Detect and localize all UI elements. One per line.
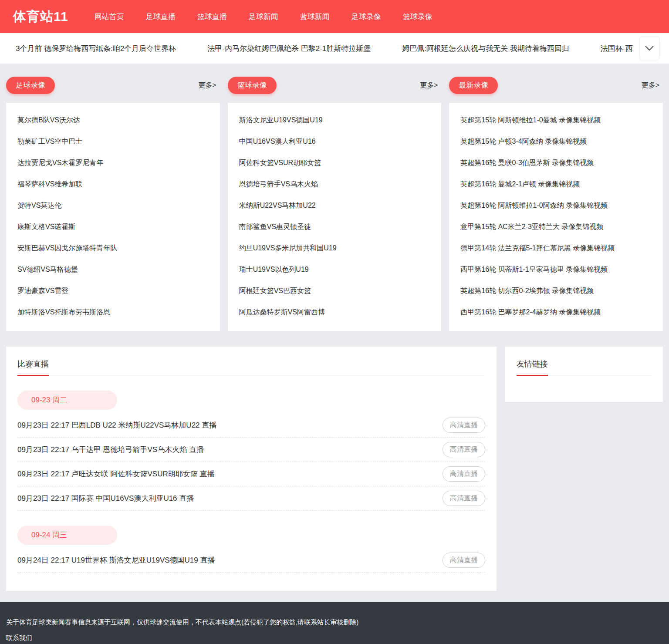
replay-link[interactable]: 阿根廷女篮VS巴西女篮	[228, 280, 442, 302]
replay-link[interactable]: 达拉贾尼戈VS木霍罗尼青年	[6, 152, 220, 174]
replay-link[interactable]: 英超第16轮 曼城2-1卢顿 录像集锦视频	[449, 174, 663, 195]
replay-link[interactable]: 安斯巴赫VS因戈尔施塔特青年队	[6, 238, 220, 259]
replay-link[interactable]: 意甲第15轮 AC米兰2-3亚特兰大 录像集锦视频	[449, 216, 663, 238]
replay-list: 莫尔德B队VS沃尔达勒莱矿工VS空中巴士达拉贾尼戈VS木霍罗尼青年福琴萨科VS维…	[6, 110, 220, 323]
nav-item-3[interactable]: 足球新闻	[249, 12, 278, 22]
replay-column-1: 篮球录像更多>斯洛文尼亚U19VS德国U19中国U16VS澳大利亚U16阿佐科女…	[228, 77, 442, 331]
live-match-row: 09月23日 22:17 巴西LDB U22 米纳斯U22VS马林加U22 直播…	[17, 413, 485, 438]
live-match-row: 09月23日 22:17 乌干达甲 恩德培弓箭手VS乌木火焰 直播高清直播	[17, 438, 485, 462]
hd-live-button[interactable]: 高清直播	[443, 442, 485, 457]
live-match-row: 09月23日 22:17 卢旺达女联 阿佐科女篮VSUR胡耶女篮 直播高清直播	[17, 462, 485, 486]
replay-link[interactable]: 福琴萨科VS维希加联	[6, 174, 220, 195]
live-schedule-section: 比赛直播 09-23 周二09月23日 22:17 巴西LDB U22 米纳斯U…	[6, 347, 497, 591]
replay-link[interactable]: 罗迪豪森VS雷登	[6, 280, 220, 302]
replay-link[interactable]: 贺特VS莫达伦	[6, 195, 220, 216]
replay-link[interactable]: 英超第15轮 卢顿3-4阿森纳 录像集锦视频	[449, 131, 663, 152]
nav-item-6[interactable]: 篮球录像	[403, 12, 432, 22]
list-item: 英超第16轮 阿斯顿维拉1-0阿森纳 录像集锦视频	[449, 195, 663, 216]
nav-item-0[interactable]: 网站首页	[95, 12, 124, 22]
list-item: 阿根廷女篮VS巴西女篮	[228, 280, 442, 302]
hd-live-button[interactable]: 高清直播	[443, 491, 485, 506]
list-item: 英超第15轮 阿斯顿维拉1-0曼城 录像集锦视频	[449, 110, 663, 131]
live-title-text: 比赛直播	[17, 359, 49, 376]
footer: 关于体育足球类新闻赛事信息来源于互联网，仅供球迷交流使用，不代表本站观点(若侵犯…	[0, 602, 669, 644]
list-item: 贺特VS莫达伦	[6, 195, 220, 216]
hd-live-button[interactable]: 高清直播	[443, 553, 485, 568]
nav-item-5[interactable]: 足球录像	[351, 12, 381, 22]
date-badge: 09-24 周三	[17, 526, 117, 545]
list-item: 莫尔德B队VS沃尔达	[6, 110, 220, 131]
list-item: 安斯巴赫VS因戈尔施塔特青年队	[6, 238, 220, 259]
section-badge: 篮球录像	[228, 77, 277, 94]
more-link[interactable]: 更多>	[642, 81, 659, 90]
ticker-item-0[interactable]: 3个月前 德保罗给梅西写纸条:咱2个月后夺世界杯	[16, 44, 176, 54]
live-match-row: 09月23日 22:17 国际赛 中国U16VS澳大利亚U16 直播高清直播	[17, 486, 485, 511]
date-badge-row: 09-23 周二	[17, 376, 485, 413]
column-header: 最新录像更多>	[449, 77, 663, 94]
date-badge: 09-23 周二	[17, 391, 117, 410]
replay-link[interactable]: 阿佐科女篮VSUR胡耶女篮	[228, 152, 442, 174]
friend-links-title-text: 友情链接	[517, 359, 548, 376]
replay-list: 斯洛文尼亚U19VS德国U19中国U16VS澳大利亚U16阿佐科女篮VSUR胡耶…	[228, 110, 442, 323]
nav-item-1[interactable]: 足球直播	[146, 12, 176, 22]
header: 体育站11 网站首页足球直播篮球直播足球新闻蓝球新闻足球录像篮球录像	[0, 0, 669, 33]
replay-link[interactable]: 勒莱矿工VS空中巴士	[6, 131, 220, 152]
site-logo[interactable]: 体育站11	[13, 8, 68, 26]
match-info: 09月23日 22:17 卢旺达女联 阿佐科女篮VSUR胡耶女篮 直播	[17, 469, 214, 479]
hd-live-button[interactable]: 高清直播	[443, 466, 485, 482]
date-badge-row: 09-24 周三	[17, 511, 485, 548]
replay-link[interactable]: 米纳斯U22VS马林加U22	[228, 195, 442, 216]
section-badge: 足球录像	[6, 77, 55, 94]
ticker-item-1[interactable]: 法甲-内马尔染红姆巴佩绝杀 巴黎2-1胜斯特拉斯堡	[207, 44, 371, 54]
list-item: SV德绍VS马格德堡	[6, 259, 220, 280]
list-item: 英超第16轮 曼联0-3伯恩茅斯 录像集锦视频	[449, 152, 663, 174]
match-info: 09月23日 22:17 乌干达甲 恩德培弓箭手VS乌木火焰 直播	[17, 445, 204, 455]
friend-links-title: 友情链接	[517, 359, 652, 376]
replay-link[interactable]: 德甲第14轮 法兰克福5-1拜仁慕尼黑 录像集锦视频	[449, 238, 663, 259]
contact-us-link[interactable]: 联系我们	[6, 634, 32, 641]
replay-link[interactable]: SV德绍VS马格德堡	[6, 259, 220, 280]
replay-list: 英超第15轮 阿斯顿维拉1-0曼城 录像集锦视频英超第15轮 卢顿3-4阿森纳 …	[449, 110, 663, 323]
replay-link[interactable]: 恩德培弓箭手VS乌木火焰	[228, 174, 442, 195]
replay-link[interactable]: 英超第15轮 阿斯顿维拉1-0曼城 录像集锦视频	[449, 110, 663, 131]
ticker-expand-button[interactable]	[639, 37, 659, 60]
match-info: 09月24日 22:17 U19世界杯 斯洛文尼亚U19VS德国U19 直播	[17, 555, 215, 565]
replay-link[interactable]: 英超第16轮 切尔西0-2埃弗顿 录像集锦视频	[449, 280, 663, 302]
list-item: 英超第16轮 切尔西0-2埃弗顿 录像集锦视频	[449, 280, 663, 302]
replay-link[interactable]: 英超第16轮 阿斯顿维拉1-0阿森纳 录像集锦视频	[449, 195, 663, 216]
replay-link[interactable]: 南部鲨鱼VS惠灵顿圣徒	[228, 216, 442, 238]
list-item: 英超第16轮 曼城2-1卢顿 录像集锦视频	[449, 174, 663, 195]
more-link[interactable]: 更多>	[420, 81, 438, 90]
list-item: 勒莱矿工VS空中巴士	[6, 131, 220, 152]
replay-link[interactable]: 中国U16VS澳大利亚U16	[228, 131, 442, 152]
footer-about-text: 关于体育足球类新闻赛事信息来源于互联网，仅供球迷交流使用，不代表本站观点(若侵犯…	[6, 616, 663, 628]
replay-link[interactable]: 约旦U19VS多米尼加共和国U19	[228, 238, 442, 259]
nav-item-4[interactable]: 蓝球新闻	[300, 12, 330, 22]
list-item: 南部鲨鱼VS惠灵顿圣徒	[228, 216, 442, 238]
more-link[interactable]: 更多>	[198, 81, 216, 90]
list-item: 瑞士U19VS以色列U19	[228, 259, 442, 280]
list-item: 西甲第16轮 贝蒂斯1-1皇家马德里 录像集锦视频	[449, 259, 663, 280]
replay-column-2: 最新录像更多>英超第15轮 阿斯顿维拉1-0曼城 录像集锦视频英超第15轮 卢顿…	[449, 77, 663, 331]
replay-link[interactable]: 加特斯洛VS托斯布劳韦斯洛恩	[6, 302, 220, 323]
section-badge: 最新录像	[449, 77, 498, 94]
replay-link[interactable]: 莫尔德B队VS沃尔达	[6, 110, 220, 131]
replay-link[interactable]: 斯洛文尼亚U19VS德国U19	[228, 110, 442, 131]
replay-link[interactable]: 西甲第16轮 贝蒂斯1-1皇家马德里 录像集锦视频	[449, 259, 663, 280]
live-match-row: 09月24日 22:17 U19世界杯 斯洛文尼亚U19VS德国U19 直播高清…	[17, 548, 485, 573]
list-item: 中国U16VS澳大利亚U16	[228, 131, 442, 152]
replay-link[interactable]: 阿瓜达桑特罗斯VS阿雷西博	[228, 302, 442, 323]
replay-link[interactable]: 康斯文格VS诺霍斯	[6, 216, 220, 238]
list-item: 福琴萨科VS维希加联	[6, 174, 220, 195]
hd-live-button[interactable]: 高清直播	[443, 418, 485, 433]
replay-link[interactable]: 瑞士U19VS以色列U19	[228, 259, 442, 280]
list-item: 达拉贾尼戈VS木霍罗尼青年	[6, 152, 220, 174]
nav-item-2[interactable]: 篮球直播	[197, 12, 227, 22]
replay-link[interactable]: 英超第16轮 曼联0-3伯恩茅斯 录像集锦视频	[449, 152, 663, 174]
ticker-item-3[interactable]: 法国杯-西班牙双星破	[601, 44, 633, 54]
chevron-down-icon	[645, 45, 654, 51]
live-groups: 09-23 周二09月23日 22:17 巴西LDB U22 米纳斯U22VS马…	[17, 376, 485, 573]
ticker-item-2[interactable]: 姆巴佩:阿根廷怎么庆祝与我无关 我期待着梅西回归	[402, 44, 569, 54]
list-item: 恩德培弓箭手VS乌木火焰	[228, 174, 442, 195]
replay-link[interactable]: 西甲第16轮 巴塞罗那2-4赫罗纳 录像集锦视频	[449, 302, 663, 323]
